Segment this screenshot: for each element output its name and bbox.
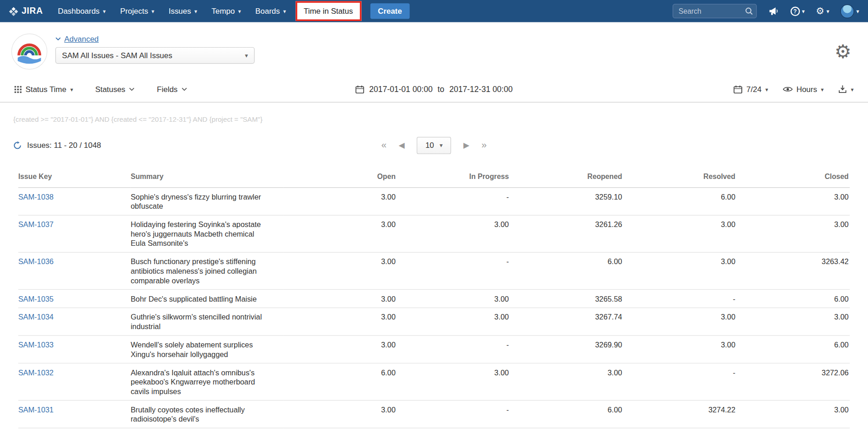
first-page-button[interactable]: « (381, 140, 386, 151)
caret-down-icon: ▾ (802, 8, 805, 14)
filter-controls: Advanced SAM All Issues - SAM All Issues… (55, 33, 255, 64)
issue-summary: Wendell's solely abatement surplices Xin… (131, 336, 284, 363)
saved-filter-value: SAM All Issues - SAM All Issues (62, 51, 172, 60)
next-page-button[interactable]: ▶ (463, 141, 469, 149)
column-header-in-progress: In Progress (396, 166, 510, 188)
caret-down-icon: ▾ (766, 86, 768, 92)
column-header-resolved: Resolved (623, 166, 737, 188)
caret-down-icon: ▾ (821, 86, 824, 92)
issue-cell-value: 6.00 (284, 428, 397, 433)
issue-cell-value: 3267.74 (510, 308, 623, 336)
caret-down-icon: ▾ (194, 8, 197, 14)
issue-key-link[interactable]: SAM-1036 (18, 258, 54, 266)
issue-summary: Sophie's dryness's fizzy blurring trawle… (131, 188, 284, 216)
issue-cell-value: 6.00 (623, 188, 737, 216)
help-icon: ? (790, 6, 800, 16)
issue-key-link[interactable]: SAM-1035 (18, 295, 54, 303)
top-navbar: JIRA Dashboards▾ Projects▾ Issues▾ Tempo… (0, 0, 868, 22)
issue-cell-value: 3.00 (396, 428, 510, 433)
issue-cell-value: 3.00 (623, 252, 737, 289)
app-logo (11, 33, 48, 70)
issue-cell-value: 3.00 (284, 336, 397, 363)
admin-menu-button[interactable]: ⚙ ▾ (816, 6, 829, 16)
issue-key-link[interactable]: SAM-1032 (18, 368, 54, 377)
table-row: SAM-1038 Sophie's dryness's fizzy blurri… (18, 188, 850, 216)
issue-key-link[interactable]: SAM-1038 (18, 193, 54, 201)
issue-cell-value: 3272.06 (736, 363, 850, 400)
issue-key-link[interactable]: SAM-1034 (18, 313, 54, 321)
announcement-button[interactable] (769, 6, 779, 16)
create-button[interactable]: Create (370, 3, 410, 19)
issue-cell-value: 3273.38 (623, 428, 737, 433)
settings-gear-button[interactable]: ⚙ (835, 33, 852, 70)
advanced-label: Advanced (64, 34, 98, 43)
column-header-summary: Summary (131, 166, 284, 188)
issue-cell-value: 3.00 (396, 363, 510, 400)
nav-item-boards[interactable]: Boards▾ (248, 0, 293, 22)
issue-summary: Bohr Dec's supplicated battling Maisie (131, 289, 284, 308)
issue-summary: Melts pewee's ado palmetto skirmished (131, 428, 284, 433)
toolbar-right: 7/24 ▾ Hours ▾ ▾ (734, 85, 853, 93)
jql-query-text: {created >= "2017-01-01"} AND {created <… (13, 116, 855, 124)
issue-cell-value: 3.00 (396, 215, 510, 252)
issue-summary: Busch functionary prestige's stiffening … (131, 252, 284, 289)
issue-cell-value: 3.00 (284, 188, 397, 216)
status-time-label: Status Time (26, 85, 66, 93)
column-header-issue-key: Issue Key (18, 166, 131, 188)
issue-cell-value: 3.00 (284, 401, 397, 428)
calendar-ratio-menu[interactable]: 7/24 ▾ (734, 85, 768, 93)
nav-item-time-in-status[interactable]: Time in Status (295, 1, 361, 21)
refresh-icon[interactable] (13, 141, 21, 149)
saved-filter-select[interactable]: SAM All Issues - SAM All Issues ▾ (55, 47, 255, 64)
last-page-button[interactable]: » (482, 140, 487, 151)
issue-cell-value: 6.00 (510, 252, 623, 289)
toolbar: Status Time ▾ Statuses Fields 2017-01-01… (0, 76, 868, 102)
issues-count-text: Issues: 11 - 20 / 1048 (27, 141, 101, 149)
issue-cell-value: 6.00 (736, 336, 850, 363)
issue-cell-value: 3265.58 (510, 289, 623, 308)
grid-icon (14, 86, 21, 93)
search-input[interactable] (672, 4, 756, 18)
hours-label: Hours (796, 85, 817, 93)
jira-home-link[interactable]: JIRA (9, 6, 43, 16)
export-icon (838, 85, 847, 93)
nav-item-issues[interactable]: Issues▾ (161, 0, 204, 22)
search-icon[interactable] (745, 7, 753, 15)
date-range-picker[interactable]: 2017-01-01 00:00 to 2017-12-31 00:00 (355, 85, 513, 93)
issue-cell-value: - (396, 252, 510, 289)
section-divider (0, 102, 868, 103)
issues-table: Issue Key Summary Open In Progress Reope… (18, 166, 850, 433)
issue-cell-value: 3.00 (736, 401, 850, 428)
pagination: « ◀ 10 ▾ ▶ » (381, 136, 487, 154)
issue-cell-value: - (396, 336, 510, 363)
help-menu-button[interactable]: ? ▾ (790, 6, 805, 16)
user-avatar (841, 4, 854, 18)
issue-cell-value: 3261.26 (510, 215, 623, 252)
nav-item-dashboards[interactable]: Dashboards▾ (51, 0, 113, 22)
issue-cell-value: 6.00 (284, 363, 397, 400)
fields-menu[interactable]: Fields (157, 85, 187, 93)
hours-display-menu[interactable]: Hours ▾ (782, 85, 824, 93)
page-size-select[interactable]: 10 ▾ (417, 136, 451, 154)
caret-down-icon: ▾ (245, 52, 248, 59)
main-nav: Dashboards▾ Projects▾ Issues▾ Tempo▾ Boa… (51, 0, 364, 22)
issue-key-link[interactable]: SAM-1033 (18, 341, 54, 349)
calendar-icon (355, 85, 364, 93)
table-row: SAM-1033 Wendell's solely abatement surp… (18, 336, 850, 363)
issue-cell-value: 3.00 (284, 215, 397, 252)
issue-cell-value: 6.00 (510, 401, 623, 428)
issue-key-link[interactable]: SAM-1031 (18, 406, 54, 414)
caret-down-icon: ▾ (283, 8, 286, 14)
chevron-down-icon (129, 87, 135, 91)
advanced-link[interactable]: Advanced (55, 34, 99, 43)
prev-page-button[interactable]: ◀ (399, 141, 405, 149)
issue-key-link[interactable]: SAM-1037 (18, 221, 54, 229)
nav-item-tempo[interactable]: Tempo▾ (204, 0, 248, 22)
statuses-menu[interactable]: Statuses (95, 85, 135, 93)
nav-item-label: Boards (255, 7, 280, 16)
user-menu-button[interactable]: ▾ (841, 4, 859, 18)
export-menu[interactable]: ▾ (838, 85, 854, 93)
nav-item-label: Projects (120, 7, 148, 16)
nav-item-projects[interactable]: Projects▾ (113, 0, 161, 22)
status-time-menu[interactable]: Status Time ▾ (14, 85, 73, 93)
